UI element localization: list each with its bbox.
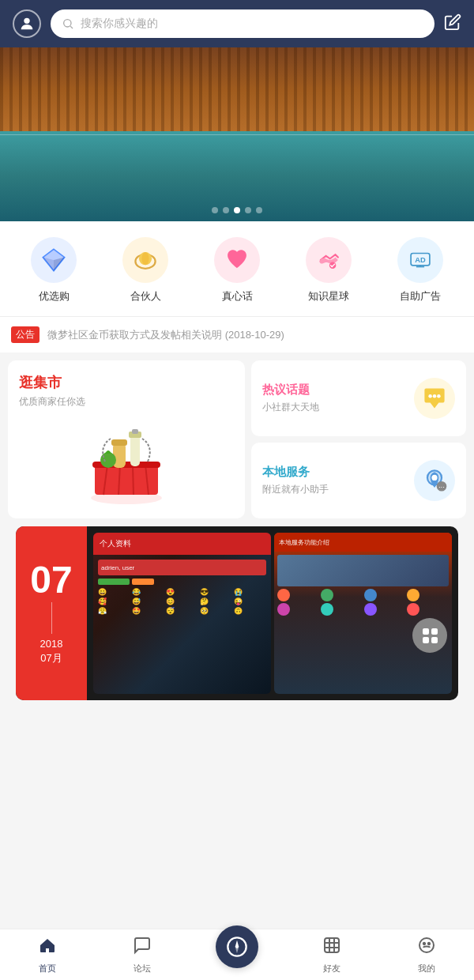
notice-text: 微梦社区金币获取方式及发帖相关说明 (2018-10-29) <box>47 328 284 342</box>
svg-text:AD: AD <box>415 256 426 264</box>
nav-center[interactable] <box>190 941 284 968</box>
search-icon <box>62 17 74 30</box>
banner-dot[interactable] <box>223 207 229 213</box>
thumb-header: 个人资料 <box>93 533 271 555</box>
banner-reflection <box>0 134 474 135</box>
banner <box>0 47 474 221</box>
quick-icon-item[interactable]: 合伙人 <box>114 237 177 303</box>
banner-dots <box>212 207 262 213</box>
local-service-subtitle: 附近就有小助手 <box>262 483 329 496</box>
market-title: 逛集市 <box>19 373 234 392</box>
quick-icon-label: 优选购 <box>39 289 70 303</box>
nav-friends[interactable]: 好友 <box>284 936 379 974</box>
nav-forum[interactable]: 论坛 <box>95 936 190 974</box>
diamond-icon <box>40 247 67 273</box>
svg-point-1 <box>64 20 71 27</box>
svg-point-27 <box>100 452 116 468</box>
search-placeholder: 搜索你感兴趣的 <box>81 17 158 31</box>
banner-dot[interactable] <box>256 207 262 213</box>
quick-icon-circle <box>31 237 77 283</box>
monthly-divider <box>51 602 52 634</box>
market-card[interactable]: 逛集市 优质商家任你选 <box>8 360 245 518</box>
local-service-icon: ··· <box>414 460 455 501</box>
svg-rect-39 <box>325 938 339 952</box>
svg-line-19 <box>133 465 134 495</box>
thumb-body: adrien, user 😀😂😍😎😭 🥰😅😊🤔😜 😤🤩😴🥺🙃 <box>93 555 271 694</box>
svg-point-46 <box>428 942 430 944</box>
svg-rect-23 <box>111 439 127 446</box>
nav-home[interactable]: 首页 <box>0 936 95 974</box>
monthly-thumbnails: 个人资料 adrien, user 😀😂😍😎😭 🥰😅😊🤔😜 😤🤩😴🥺🙃 <box>87 526 458 700</box>
monthly-thumb-1[interactable]: 个人资料 adrien, user 😀😂😍😎😭 🥰😅😊🤔😜 😤🤩😴🥺🙃 <box>93 533 271 694</box>
svg-point-29 <box>433 394 437 398</box>
friends-icon <box>322 936 341 959</box>
banner-dot[interactable] <box>212 207 218 213</box>
right-cards: 热议话题 小社群大天地 本地服务 附近就有小助手 <box>251 360 466 518</box>
notice-bar[interactable]: 公告 微梦社区金币获取方式及发帖相关说明 (2018-10-29) <box>0 316 474 352</box>
chat-icon <box>420 384 449 413</box>
nav-forum-label: 论坛 <box>134 963 151 974</box>
quick-icon-circle <box>122 237 168 283</box>
hot-topics-icon <box>414 378 455 419</box>
hot-topics-card[interactable]: 热议话题 小社群大天地 <box>251 360 466 436</box>
grid-button[interactable] <box>412 618 447 653</box>
svg-point-44 <box>419 938 434 952</box>
quick-icon-circle: AD <box>397 237 443 283</box>
quick-icon-circle <box>306 237 352 283</box>
svg-line-2 <box>70 26 73 28</box>
notice-tag: 公告 <box>11 326 40 343</box>
svg-point-33 <box>431 475 437 481</box>
forum-icon <box>133 936 152 959</box>
monthly-section-wrapper: 07 2018 07月 个人资料 adrien, user <box>0 526 474 771</box>
handshake-icon <box>315 247 342 273</box>
thumb-header-text: 个人资料 <box>100 538 131 549</box>
quick-icons-section: 优选购 合伙人 真心话 知识星球 <box>0 221 474 316</box>
quick-icon-label: 自助广告 <box>400 289 441 303</box>
quick-icon-item[interactable]: 真心话 <box>205 237 269 303</box>
svg-rect-26 <box>132 429 138 434</box>
hot-topics-title: 热议话题 <box>262 383 319 398</box>
nav-home-label: 首页 <box>39 963 56 974</box>
planet-icon <box>131 246 160 274</box>
local-service-text: 本地服务 附近就有小助手 <box>262 465 329 496</box>
bottom-nav: 首页 论坛 好友 <box>0 929 474 980</box>
market-subtitle: 优质商家任你选 <box>19 395 234 409</box>
local-service-title: 本地服务 <box>262 465 329 480</box>
header: 搜索你感兴趣的 <box>0 0 474 47</box>
svg-point-28 <box>428 394 432 398</box>
quick-icon-label: 合伙人 <box>130 289 161 303</box>
monthly-day: 07 <box>30 561 72 599</box>
monthly-thumb-2[interactable]: 本地服务功能介绍 <box>274 533 452 694</box>
monthly-section: 07 2018 07月 个人资料 adrien, user <box>16 526 458 700</box>
svg-point-30 <box>437 394 441 398</box>
monthly-left: 07 2018 07月 <box>16 526 87 700</box>
quick-icon-item[interactable]: 知识星球 <box>297 237 360 303</box>
grid-icon <box>423 628 438 643</box>
compass-button[interactable] <box>216 925 258 968</box>
local-service-card[interactable]: 本地服务 附近就有小助手 ··· <box>251 443 466 518</box>
nav-friends-label: 好友 <box>323 963 340 974</box>
quick-icon-label: 真心话 <box>222 289 253 303</box>
quick-icon-label: 知识星球 <box>308 289 349 303</box>
ad-icon: AD <box>407 247 434 273</box>
cards-section: 逛集市 优质商家任你选 <box>0 352 474 526</box>
search-bar[interactable]: 搜索你感兴趣的 <box>51 9 434 38</box>
svg-point-0 <box>24 18 29 24</box>
banner-dot[interactable] <box>245 207 251 213</box>
quick-icon-circle <box>214 237 260 283</box>
avatar[interactable] <box>13 9 41 38</box>
banner-texture <box>0 47 474 134</box>
banner-dot-active[interactable] <box>234 207 240 213</box>
quick-icon-item[interactable]: AD 自助广告 <box>389 237 452 303</box>
svg-text:···: ··· <box>438 482 445 491</box>
edit-button[interactable] <box>444 13 461 35</box>
monthly-year: 2018 07月 <box>40 637 63 665</box>
nav-mine[interactable]: 我的 <box>379 936 474 974</box>
home-icon <box>38 936 57 959</box>
nav-mine-label: 我的 <box>418 963 435 974</box>
mine-icon <box>417 936 436 959</box>
heart-icon <box>224 247 250 273</box>
quick-icon-item[interactable]: 优选购 <box>22 237 85 303</box>
compass-icon <box>226 936 248 958</box>
basket-illustration <box>75 419 178 506</box>
